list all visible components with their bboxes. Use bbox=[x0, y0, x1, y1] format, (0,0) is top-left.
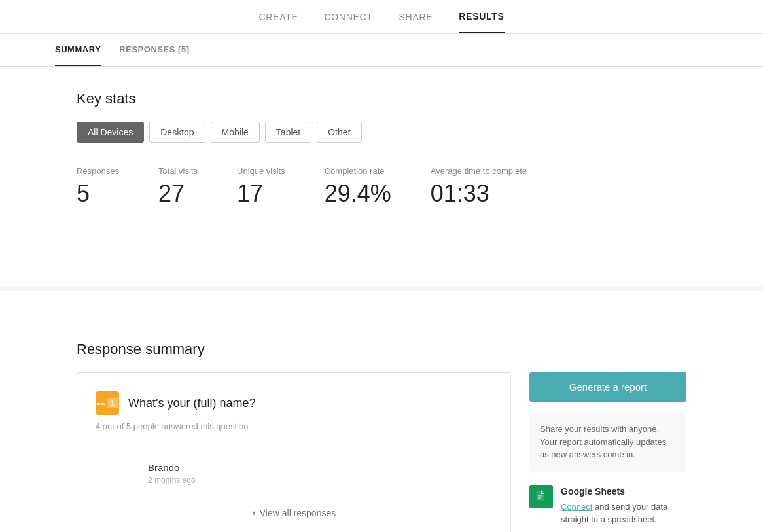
stat-avg-time-value: 01:33 bbox=[431, 180, 527, 207]
stat-responses: Responses 5 bbox=[77, 166, 119, 207]
svg-rect-3 bbox=[538, 496, 542, 497]
chevron-down-icon: ▾ bbox=[252, 508, 256, 518]
stat-avg-time-label: Average time to complete bbox=[431, 166, 527, 176]
key-stats-title: Key stats bbox=[77, 90, 686, 107]
tab-responses[interactable]: RESPONSES [5] bbox=[119, 34, 189, 66]
sub-tabs: SUMMARY RESPONSES [5] bbox=[0, 34, 763, 67]
generate-report-button[interactable]: Generate a report bbox=[529, 372, 686, 402]
stat-responses-value: 5 bbox=[77, 180, 119, 207]
question-type-icon: ≡≡ 1 bbox=[96, 391, 119, 415]
nav-results[interactable]: RESULTS bbox=[459, 1, 504, 33]
stats-row: Responses 5 Total visits 27 Unique visit… bbox=[77, 166, 686, 207]
nav-connect[interactable]: CONNECT bbox=[324, 1, 372, 33]
filter-all-devices[interactable]: All Devices bbox=[77, 122, 144, 143]
device-filters: All Devices Desktop Mobile Tablet Other bbox=[77, 122, 686, 143]
share-info-box: Share your results with anyone. Your rep… bbox=[529, 412, 686, 472]
stat-unique-visits: Unique visits 17 bbox=[237, 166, 285, 207]
stat-total-visits-value: 27 bbox=[158, 180, 198, 207]
nav-create[interactable]: CREATE bbox=[258, 1, 298, 33]
stat-total-visits-label: Total visits bbox=[158, 166, 198, 176]
question-title: What's your (full) name? bbox=[128, 397, 256, 410]
view-all-responses[interactable]: ▾ View all responses bbox=[77, 497, 510, 529]
question-icon-label: ≡≡ bbox=[96, 399, 106, 407]
response-card-header: ≡≡ 1 What's your (full) name? bbox=[96, 391, 492, 415]
google-sheets-icon bbox=[529, 485, 553, 508]
response-summary-layout: ≡≡ 1 What's your (full) name? 4 out of 5… bbox=[77, 372, 686, 532]
question-meta: 4 out of 5 people answered this question bbox=[96, 421, 492, 431]
stat-unique-visits-value: 17 bbox=[237, 180, 285, 207]
google-sheets-title: Google Sheets bbox=[561, 485, 686, 499]
stat-completion-rate-label: Completion rate bbox=[325, 166, 391, 176]
stat-total-visits: Total visits 27 bbox=[158, 166, 198, 207]
stat-responses-label: Responses bbox=[77, 166, 119, 176]
stat-completion-rate-value: 29.4% bbox=[325, 180, 391, 207]
google-sheets-connect-link[interactable]: Connect bbox=[561, 502, 592, 512]
response-summary-title: Response summary bbox=[77, 341, 686, 358]
response-time: 2 months ago bbox=[148, 476, 492, 485]
response-entry: Brando 2 months ago bbox=[96, 450, 492, 497]
tab-summary[interactable]: SUMMARY bbox=[55, 34, 101, 66]
top-navigation: CREATE CONNECT SHARE RESULTS bbox=[0, 0, 763, 34]
svg-rect-4 bbox=[538, 497, 541, 498]
question-number-badge: 1 bbox=[107, 398, 118, 408]
response-summary-section: Response summary ≡≡ 1 What's your (full)… bbox=[22, 317, 741, 532]
stat-avg-time: Average time to complete 01:33 bbox=[431, 166, 527, 207]
main-content: Key stats All Devices Desktop Mobile Tab… bbox=[22, 67, 741, 286]
stat-unique-visits-label: Unique visits bbox=[237, 166, 285, 176]
right-sidebar: Generate a report Share your results wit… bbox=[529, 372, 686, 526]
filter-tablet[interactable]: Tablet bbox=[265, 122, 311, 143]
google-sheets-block: Google Sheets Connect and send your data… bbox=[529, 485, 686, 526]
svg-rect-2 bbox=[538, 495, 542, 495]
section-divider bbox=[0, 286, 763, 291]
response-name: Brando bbox=[148, 462, 492, 473]
google-sheets-text: Google Sheets Connect and send your data… bbox=[561, 485, 686, 526]
filter-other[interactable]: Other bbox=[317, 122, 362, 143]
nav-share[interactable]: SHARE bbox=[399, 1, 433, 33]
filter-desktop[interactable]: Desktop bbox=[149, 122, 205, 143]
stat-completion-rate: Completion rate 29.4% bbox=[325, 166, 391, 207]
filter-mobile[interactable]: Mobile bbox=[211, 122, 260, 143]
view-all-label: View all responses bbox=[260, 508, 336, 518]
response-card: ≡≡ 1 What's your (full) name? 4 out of 5… bbox=[77, 372, 511, 532]
